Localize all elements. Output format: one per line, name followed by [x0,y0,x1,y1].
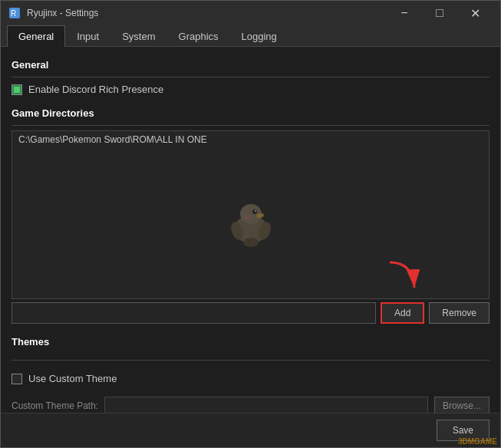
dirs-divider [12,125,489,126]
svg-point-5 [255,210,256,212]
general-section: General Enable Discord Rich Presence [12,59,489,95]
theme-path-label: Custom Theme Path: [12,400,98,411]
title-bar: R Ryujinx - Settings − □ ✕ [1,1,500,25]
window-controls: − □ ✕ [387,1,493,25]
themes-title: Themes [12,336,489,348]
custom-theme-row: Use Custom Theme [12,373,489,384]
discord-checkbox[interactable] [12,84,22,95]
tab-system[interactable]: System [110,25,166,47]
tab-graphics[interactable]: Graphics [167,25,230,47]
add-directory-button[interactable]: Add [381,302,424,324]
custom-theme-label: Use Custom Theme [28,373,117,384]
custom-theme-checkbox[interactable] [12,374,22,384]
window-title: Ryujinx - Settings [27,8,387,18]
maximize-button[interactable]: □ [422,1,457,25]
general-section-title: General [12,59,489,71]
themes-section: Themes Use Custom Theme Custom Theme Pat… [12,336,489,413]
svg-text:R: R [11,9,16,18]
dir-entry-0[interactable]: C:\Games\Pokemon Sword\ROM\ALL IN ONE [12,131,489,148]
tab-general[interactable]: General [7,25,65,47]
add-button-arrow [382,259,428,299]
settings-window: R Ryujinx - Settings − □ ✕ General Input… [0,0,501,448]
close-button[interactable]: ✕ [457,1,493,25]
minimize-button[interactable]: − [387,1,422,25]
browse-button[interactable]: Browse... [434,397,489,413]
tab-logging[interactable]: Logging [230,25,288,47]
game-dirs-title: Game Directories [12,107,489,119]
remove-directory-button[interactable]: Remove [429,302,489,324]
discord-label: Enable Discord Rich Presence [28,84,163,95]
app-icon: R [8,7,21,19]
general-divider [12,77,489,77]
themes-divider [12,360,489,361]
tab-input[interactable]: Input [65,25,110,47]
discord-row: Enable Discord Rich Presence [12,84,489,95]
theme-path-input[interactable] [104,397,428,413]
svg-point-10 [244,216,250,219]
theme-path-row: Custom Theme Path: Browse... [12,397,489,413]
game-dirs-section: Game Directories C:\Games\Pokemon Sword\… [12,107,489,324]
tab-bar: General Input System Graphics Logging [1,25,500,47]
svg-point-4 [252,209,257,214]
settings-content: General Enable Discord Rich Presence Gam… [1,47,500,413]
dir-path-input[interactable] [12,302,376,324]
mascot-icon [220,193,282,254]
dir-controls: Add Remove [12,302,489,324]
svg-point-9 [243,238,259,247]
footer: Save 3DMGAME [1,413,500,447]
watermark: 3DMGAME [458,437,497,446]
